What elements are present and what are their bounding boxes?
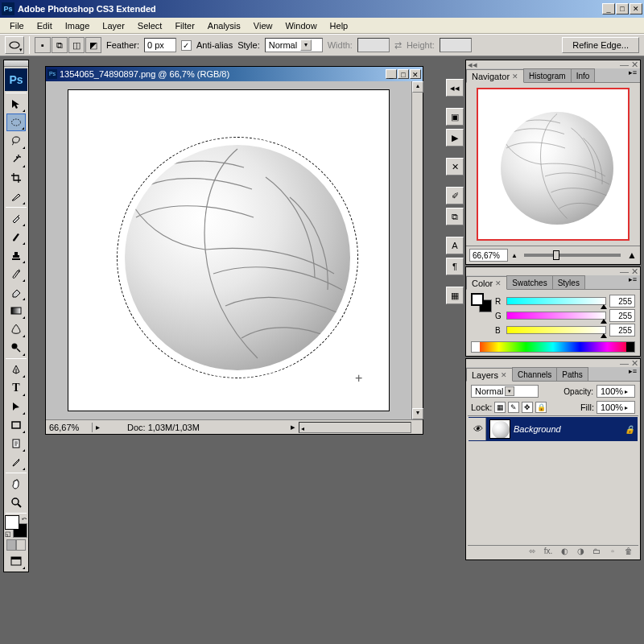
- r-slider[interactable]: [506, 297, 606, 305]
- delete-layer-icon[interactable]: 🗑: [621, 547, 637, 559]
- navigator-menu-icon[interactable]: ▸≡: [627, 68, 638, 80]
- navigator-zoom-input[interactable]: [469, 249, 508, 262]
- lock-transparency-icon[interactable]: ▦: [494, 402, 506, 413]
- zoom-in-icon[interactable]: ▲: [627, 250, 637, 261]
- stamp-tool[interactable]: [6, 246, 26, 264]
- tab-paths[interactable]: Paths: [556, 367, 588, 381]
- horizontal-scrollbar[interactable]: ◂: [299, 422, 411, 433]
- screen-mode-button[interactable]: [6, 552, 26, 570]
- well-character-icon[interactable]: A: [446, 237, 464, 254]
- menu-layer[interactable]: Layer: [96, 19, 131, 32]
- type-tool[interactable]: T: [6, 379, 26, 397]
- feather-input[interactable]: [144, 38, 176, 52]
- menu-window[interactable]: Window: [279, 19, 323, 32]
- tab-styles[interactable]: Styles: [552, 275, 585, 289]
- menu-file[interactable]: File: [3, 19, 31, 32]
- tab-channels[interactable]: Channels: [512, 367, 557, 381]
- tab-navigator[interactable]: Navigator✕: [466, 69, 524, 83]
- layer-name[interactable]: Background: [514, 424, 625, 434]
- b-value-input[interactable]: [609, 324, 635, 336]
- tab-swatches[interactable]: Swatches: [506, 275, 552, 289]
- menu-filter[interactable]: Filter: [168, 19, 200, 32]
- fill-input[interactable]: 100%▸: [597, 401, 635, 414]
- well-brush-icon[interactable]: ✐: [446, 187, 464, 204]
- default-colors-icon[interactable]: ◱: [5, 530, 11, 538]
- slice-tool[interactable]: [6, 188, 26, 205]
- zoom-out-icon[interactable]: ▲: [511, 252, 518, 259]
- lasso-tool[interactable]: [6, 132, 26, 150]
- canvas[interactable]: +: [68, 89, 390, 411]
- scroll-up-icon[interactable]: ▴: [412, 81, 423, 93]
- move-tool[interactable]: [6, 95, 26, 113]
- selection-add-icon[interactable]: ⧉: [52, 37, 68, 53]
- crop-tool[interactable]: [6, 169, 26, 187]
- well-clone-icon[interactable]: ⧉: [446, 208, 464, 225]
- menu-help[interactable]: Help: [324, 19, 355, 32]
- layers-menu-icon[interactable]: ▸≡: [627, 367, 638, 378]
- navigator-preview[interactable]: [477, 88, 630, 241]
- layer-visibility-icon[interactable]: 👁: [469, 418, 486, 440]
- tab-color[interactable]: Color✕: [466, 276, 507, 290]
- color-panel-swatches[interactable]: [471, 293, 492, 312]
- lock-image-icon[interactable]: ✎: [508, 402, 519, 413]
- menu-edit[interactable]: Edit: [31, 19, 59, 32]
- tab-layers[interactable]: Layers✕: [466, 368, 513, 382]
- vertical-scrollbar[interactable]: ▴ ▾: [411, 81, 423, 419]
- eraser-tool[interactable]: [6, 283, 26, 301]
- menu-view[interactable]: View: [247, 19, 279, 32]
- scroll-down-icon[interactable]: ▾: [412, 408, 423, 419]
- g-value-input[interactable]: [609, 309, 635, 322]
- hand-tool[interactable]: [6, 475, 26, 493]
- antialias-checkbox[interactable]: ✓: [181, 40, 192, 51]
- tab-info[interactable]: Info: [571, 68, 596, 82]
- lock-all-icon[interactable]: 🔒: [535, 402, 547, 413]
- toolbox-grip[interactable]: [4, 60, 28, 67]
- close-button[interactable]: ✕: [630, 3, 642, 14]
- doc-close-button[interactable]: ✕: [410, 69, 421, 79]
- well-expand-icon[interactable]: ◂◂: [446, 79, 464, 97]
- well-layercomps-icon[interactable]: ▦: [446, 287, 464, 304]
- refine-edge-button[interactable]: Refine Edge...: [562, 37, 639, 53]
- swap-colors-icon[interactable]: ⤺: [22, 515, 27, 522]
- standard-mode-button[interactable]: [6, 539, 16, 551]
- well-paragraph-icon[interactable]: ¶: [446, 258, 464, 275]
- blur-tool[interactable]: [6, 320, 26, 338]
- eyedropper-tool[interactable]: [6, 453, 26, 471]
- current-tool-preset[interactable]: ▾: [5, 36, 24, 54]
- g-slider[interactable]: [506, 312, 606, 320]
- maximize-button[interactable]: □: [616, 3, 629, 14]
- navigator-zoom-slider[interactable]: [524, 254, 621, 257]
- doc-info-menu-icon[interactable]: ▸: [287, 422, 299, 432]
- layer-thumbnail[interactable]: [489, 419, 510, 439]
- well-tools-icon[interactable]: ✕: [446, 158, 464, 175]
- well-arrange-icon[interactable]: ▣: [446, 108, 464, 126]
- healing-brush-tool[interactable]: [6, 209, 26, 227]
- color-ramp[interactable]: [471, 341, 635, 353]
- wand-tool[interactable]: [6, 151, 26, 168]
- selection-intersect-icon[interactable]: ◩: [85, 37, 101, 53]
- opacity-input[interactable]: 100%▸: [597, 385, 635, 398]
- document-titlebar[interactable]: Ps 1354065_74890897.png @ 66,7% (RGB/8) …: [46, 67, 423, 81]
- selection-subtract-icon[interactable]: ◫: [68, 37, 85, 53]
- layer-group-icon[interactable]: 🗀: [588, 547, 605, 559]
- path-selection-tool[interactable]: [6, 398, 26, 415]
- gradient-tool[interactable]: [6, 302, 26, 320]
- zoom-level[interactable]: 66,67%: [46, 423, 93, 432]
- canvas-area[interactable]: +: [46, 81, 411, 419]
- layer-style-icon[interactable]: fx.: [540, 547, 556, 559]
- pen-tool[interactable]: [6, 361, 26, 378]
- brush-tool[interactable]: [6, 228, 26, 246]
- shape-tool[interactable]: [6, 416, 26, 434]
- doc-info-icon[interactable]: ▸: [93, 423, 103, 431]
- lock-position-icon[interactable]: ✥: [522, 402, 533, 413]
- menu-analysis[interactable]: Analysis: [201, 19, 247, 32]
- notes-tool[interactable]: [6, 435, 26, 452]
- link-layers-icon[interactable]: ⬄: [524, 547, 540, 559]
- dodge-tool[interactable]: [6, 339, 26, 357]
- quickmask-mode-button[interactable]: [16, 539, 26, 551]
- doc-maximize-button[interactable]: □: [398, 69, 409, 79]
- tab-histogram[interactable]: Histogram: [523, 68, 572, 82]
- b-slider[interactable]: [506, 326, 606, 334]
- foreground-color[interactable]: [5, 515, 19, 530]
- marquee-tool[interactable]: [6, 114, 26, 131]
